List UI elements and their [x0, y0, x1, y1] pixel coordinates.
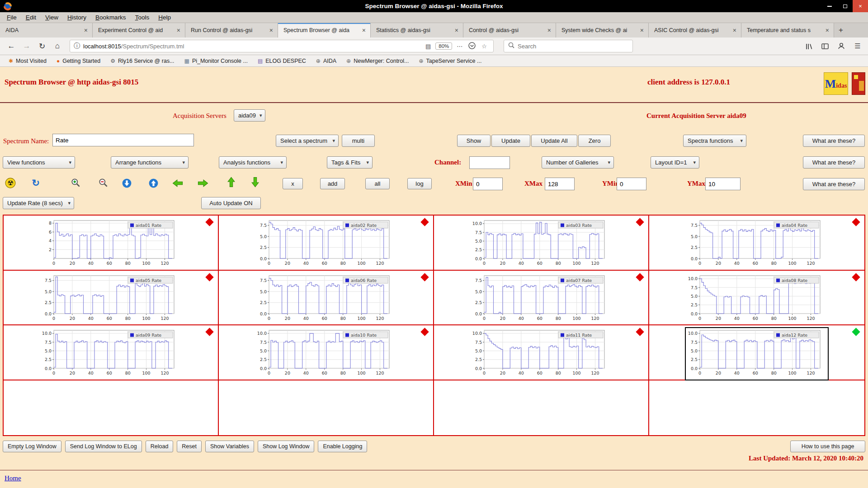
- page-info-icon[interactable]: ⓘ: [74, 42, 80, 50]
- spectrum-plot-2[interactable]: 0204060801001200.02.55.07.5aida02 Rate: [255, 219, 396, 267]
- page-actions-icon[interactable]: ⋯: [457, 43, 462, 50]
- menu-help[interactable]: Help: [154, 13, 175, 22]
- minimize-button[interactable]: [822, 0, 837, 12]
- search-input[interactable]: [518, 43, 629, 50]
- home-link[interactable]: Home: [5, 474, 21, 482]
- reload-button[interactable]: Reload: [146, 441, 174, 452]
- show-button[interactable]: Show: [457, 135, 491, 147]
- status-diamond[interactable]: [420, 218, 429, 226]
- status-diamond[interactable]: [636, 328, 644, 336]
- menu-tools[interactable]: Tools: [131, 13, 154, 22]
- bookmark-newmerger-control-[interactable]: ⊕NewMerger: Control...: [342, 57, 413, 65]
- tab-4[interactable]: Spectrum Browser @ aida×: [278, 23, 371, 38]
- update-button[interactable]: Update: [491, 135, 530, 147]
- channel-input[interactable]: [469, 156, 510, 169]
- what-are-these-button-1[interactable]: What are these?: [803, 135, 865, 147]
- tab-close-icon[interactable]: ×: [361, 27, 367, 34]
- multi-button[interactable]: multi: [342, 135, 375, 147]
- bookmark-aida[interactable]: ⊕AIDA: [312, 57, 340, 65]
- account-icon[interactable]: [835, 40, 847, 52]
- what-are-these-button-2[interactable]: What are these?: [803, 156, 865, 169]
- arrange-functions-dropdown[interactable]: Arrange functions▾: [111, 156, 189, 169]
- log-button[interactable]: log: [407, 178, 432, 189]
- menu-history[interactable]: History: [63, 13, 90, 22]
- empty-log-window-button[interactable]: Empty Log Window: [3, 441, 61, 452]
- bookmark-elog-despec[interactable]: ▤ELOG DESPEC: [254, 57, 310, 65]
- ymin-input[interactable]: [617, 178, 646, 190]
- tab-close-icon[interactable]: ×: [83, 27, 89, 34]
- spectrum-plot-10[interactable]: 0204060801001200.02.55.07.510.0aida10 Ra…: [255, 328, 396, 377]
- update-rate-dropdown[interactable]: Update Rate (8 secs)▾: [3, 197, 74, 209]
- hamburger-menu-icon[interactable]: ☰: [852, 40, 863, 52]
- spectrum-plot-9[interactable]: 0204060801001200.02.55.07.510.0aida09 Ra…: [40, 328, 181, 377]
- what-are-these-button-3[interactable]: What are these?: [803, 178, 865, 190]
- spectrum-plot-7[interactable]: 0204060801001200.02.55.07.5aida07 Rate: [471, 274, 612, 323]
- tab-8[interactable]: ASIC Control @ aidas-gsi×: [649, 23, 741, 38]
- spectrum-plot-5[interactable]: 0204060801001200.02.55.07.5aida05 Rate: [40, 274, 181, 323]
- select-spectrum-dropdown[interactable]: Select a spectrum▾: [276, 135, 339, 147]
- spectrum-plot-4[interactable]: 0204060801001200.02.55.07.5aida04 Rate: [686, 219, 827, 267]
- tab-close-icon[interactable]: ×: [269, 27, 274, 34]
- tab-close-icon[interactable]: ×: [454, 27, 459, 34]
- layout-id-dropdown[interactable]: Layout ID=1▾: [651, 156, 699, 169]
- all-button[interactable]: all: [365, 178, 390, 189]
- reader-mode-icon[interactable]: ▤: [425, 43, 431, 50]
- tab-7[interactable]: System wide Checks @ ai×: [556, 23, 649, 38]
- zoom-in-icon[interactable]: [70, 177, 82, 189]
- sidebar-toggle-icon[interactable]: [819, 40, 831, 52]
- new-tab-button[interactable]: +: [834, 23, 848, 38]
- spectrum-plot-12[interactable]: 0204060801001200.02.55.07.510.0aida12 Ra…: [686, 328, 827, 377]
- tab-1[interactable]: AIDA×: [0, 23, 93, 38]
- expand-down-icon[interactable]: [121, 177, 132, 189]
- refresh-icon[interactable]: ↻: [30, 177, 42, 189]
- url-bar[interactable]: ⓘ localhost:8015 /Spectrum/Spectrum.tml …: [70, 40, 494, 52]
- update-all-button[interactable]: Update All: [531, 135, 577, 147]
- status-diamond[interactable]: [852, 218, 860, 226]
- menu-bookmarks[interactable]: Bookmarks: [91, 13, 130, 22]
- arrow-left-icon[interactable]: [172, 177, 184, 189]
- how-to-use-button[interactable]: How to use this page: [790, 441, 865, 452]
- tab-3[interactable]: Run Control @ aidas-gsi×: [185, 23, 278, 38]
- tab-close-icon[interactable]: ×: [732, 27, 737, 34]
- spectrum-name-input[interactable]: [52, 134, 194, 146]
- bookmark-star-icon[interactable]: ☆: [481, 43, 487, 50]
- bookmark-tapeserver-service-[interactable]: ⊕TapeServer Service ...: [415, 57, 486, 65]
- bookmark-getting-started[interactable]: ●Getting Started: [52, 57, 104, 65]
- bookmark-most-visited[interactable]: ✱Most Visited: [5, 57, 51, 65]
- arrow-up-icon[interactable]: [225, 176, 237, 188]
- view-functions-dropdown[interactable]: View functions▾: [3, 156, 75, 169]
- status-diamond[interactable]: [205, 218, 213, 226]
- auto-update-button[interactable]: Auto Update ON: [201, 197, 261, 209]
- back-button[interactable]: ←: [5, 40, 18, 52]
- reset-button[interactable]: Reset: [177, 441, 202, 452]
- pocket-icon[interactable]: [468, 42, 476, 51]
- acquisition-server-select[interactable]: aida09▾: [234, 109, 265, 122]
- spectrum-plot-6[interactable]: 0204060801001200.02.55.07.5aida06 Rate: [255, 274, 396, 323]
- tab-2[interactable]: Experiment Control @ aid×: [93, 23, 185, 38]
- tab-close-icon[interactable]: ×: [639, 27, 645, 34]
- menu-file[interactable]: File: [3, 13, 21, 22]
- bookmark-rly16-service-ras-[interactable]: ⚙Rly16 Service @ ras...: [106, 57, 178, 65]
- status-diamond[interactable]: [636, 273, 644, 281]
- zero-button[interactable]: Zero: [578, 135, 611, 147]
- tab-6[interactable]: Control @ aidas-gsi×: [463, 23, 556, 38]
- analysis-functions-dropdown[interactable]: Analysis functions▾: [219, 156, 287, 169]
- zoom-level-indicator[interactable]: 80%: [435, 42, 452, 50]
- tab-close-icon[interactable]: ×: [547, 27, 552, 34]
- menu-edit[interactable]: Edit: [22, 13, 40, 22]
- home-button[interactable]: ⌂: [51, 40, 64, 52]
- ymax-input[interactable]: [705, 178, 741, 190]
- maximize-button[interactable]: [837, 0, 853, 12]
- status-diamond[interactable]: [420, 273, 429, 281]
- library-icon[interactable]: [803, 40, 815, 52]
- enable-logging-button[interactable]: Enable Logging: [318, 441, 367, 452]
- spectrum-plot-3[interactable]: 0204060801001200.02.55.07.510.0aida03 Ra…: [471, 219, 612, 267]
- arrow-right-icon[interactable]: [197, 177, 209, 189]
- xmax-input[interactable]: [545, 178, 575, 190]
- zoom-out-icon[interactable]: [98, 177, 109, 189]
- status-diamond[interactable]: [852, 273, 860, 281]
- tab-9[interactable]: Temperature and status s×: [741, 23, 834, 38]
- spectrum-plot-11[interactable]: 0204060801001200.02.55.07.510.0aida11 Ra…: [471, 328, 612, 377]
- forward-button[interactable]: →: [20, 40, 33, 52]
- tab-close-icon[interactable]: ×: [825, 27, 830, 34]
